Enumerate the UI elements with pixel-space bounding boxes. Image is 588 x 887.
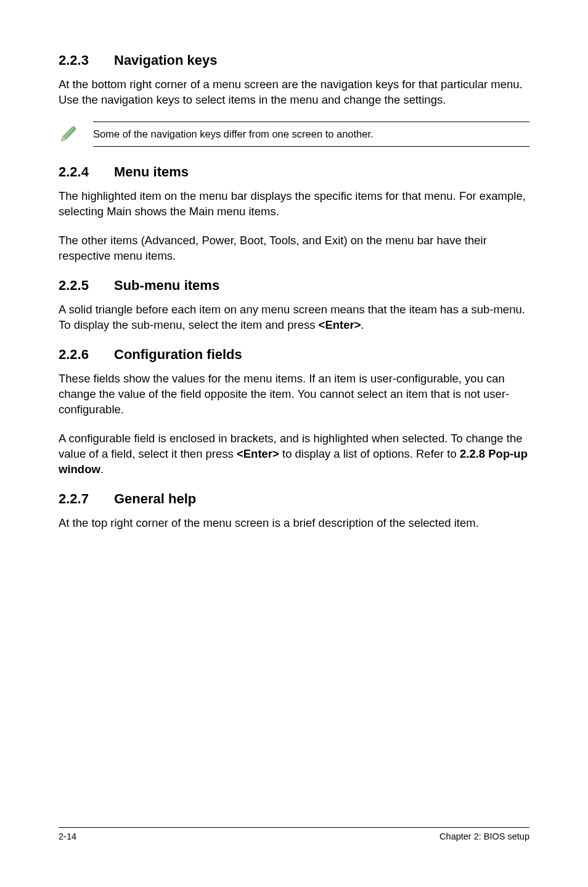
text-run: A solid triangle before each item on any…: [59, 303, 525, 331]
bold-text: <Enter>: [319, 318, 361, 331]
section-heading: 2.2.7 General help: [59, 491, 529, 507]
paragraph: A configurable field is enclosed in brac…: [59, 431, 529, 477]
section-number: 2.2.5: [59, 278, 114, 294]
paragraph: The highlighted item on the menu bar dis…: [59, 189, 529, 220]
text-run: .: [361, 318, 364, 331]
section-title: General help: [114, 491, 196, 507]
section-title: Menu items: [114, 164, 189, 180]
section-title: Sub-menu items: [114, 278, 219, 294]
text-run: .: [100, 463, 104, 476]
text-run: to display a list of options. Refer to: [279, 447, 460, 460]
paragraph: At the top right corner of the menu scre…: [59, 516, 529, 531]
section-number: 2.2.4: [59, 164, 114, 180]
section-title: Navigation keys: [114, 52, 218, 68]
section-heading: 2.2.5 Sub-menu items: [59, 278, 529, 294]
paragraph: At the bottom right corner of a menu scr…: [59, 77, 529, 108]
bold-text: <Enter>: [237, 447, 279, 460]
chapter-label: Chapter 2: BIOS setup: [439, 831, 529, 841]
pencil-icon: [59, 124, 78, 144]
paragraph: A solid triangle before each item on any…: [59, 302, 529, 333]
section-heading: 2.2.3 Navigation keys: [59, 52, 529, 68]
section-title: Configuration fields: [114, 347, 242, 363]
page-number: 2-14: [59, 831, 76, 841]
paragraph: These fields show the values for the men…: [59, 371, 529, 418]
note-text: Some of the navigation keys differ from …: [93, 122, 529, 147]
section-heading: 2.2.6 Configuration fields: [59, 347, 529, 363]
page-footer: 2-14 Chapter 2: BIOS setup: [59, 827, 529, 841]
section-number: 2.2.7: [59, 491, 114, 507]
note: Some of the navigation keys differ from …: [59, 122, 529, 147]
section-number: 2.2.3: [59, 52, 114, 68]
section-heading: 2.2.4 Menu items: [59, 164, 529, 180]
paragraph: The other items (Advanced, Power, Boot, …: [59, 233, 529, 264]
section-number: 2.2.6: [59, 347, 114, 363]
